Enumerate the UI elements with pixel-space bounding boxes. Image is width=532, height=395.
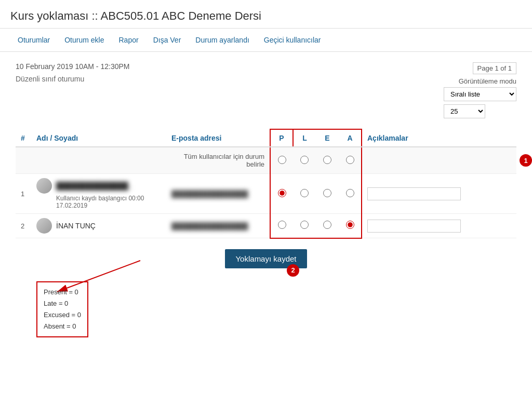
attendance-table: # Adı / Soyadı E-posta adresi P L E A Aç…: [16, 129, 516, 239]
page-title: Kurs yoklaması :: ABC505.01 ABC Deneme D…: [0, 0, 532, 29]
row-1-p-radio[interactable]: [278, 189, 286, 197]
view-mode-label: Görüntüleme modu: [444, 77, 516, 85]
row-1-number: 1: [16, 174, 31, 214]
row-1-e-radio[interactable]: [323, 189, 331, 197]
row-1-name: ██████████████ .: [56, 182, 132, 190]
row-2-l-radio[interactable]: [300, 221, 309, 229]
set-all-p-radio[interactable]: [278, 156, 286, 164]
view-mode-select[interactable]: Sıralı liste Izgara görünümü: [444, 87, 516, 101]
summary-absent: Absent = 0: [44, 321, 81, 332]
col-comments: Açıklamalar: [362, 129, 516, 147]
session-type: Düzenli sınıf oturumu: [16, 75, 129, 83]
view-controls: Page 1 of 1 Görüntüleme modu Sıralı list…: [444, 62, 516, 118]
row-1-avatar: [36, 178, 52, 194]
row-1-name-cell: ██████████████ . Kullanıcı kaydı başlang…: [31, 174, 166, 214]
annotation-2: 2: [287, 264, 299, 277]
col-name: Adı / Soyadı: [31, 129, 166, 147]
session-info: 10 February 2019 10AM - 12:30PM Düzenli …: [16, 62, 516, 118]
col-email: E-posta adresi: [166, 129, 270, 147]
row-2-a-radio[interactable]: [346, 221, 354, 229]
summary-late: Late = 0: [44, 298, 81, 309]
nav-oturumlar[interactable]: Oturumlar: [10, 33, 57, 47]
row-2-avatar: [36, 218, 52, 234]
row-1-comment-cell: [362, 174, 516, 214]
row-1-sub: Kullanıcı kaydı başlangıcı 00:00 17.02.2…: [56, 195, 161, 209]
row-2-e-radio[interactable]: [323, 221, 331, 229]
session-details: 10 February 2019 10AM - 12:30PM Düzenli …: [16, 62, 129, 83]
row-2-name: İNAN TUNÇ: [56, 222, 96, 230]
table-row: 2 İNAN TUNÇ ████████████████: [16, 214, 516, 238]
main-content: 10 February 2019 10AM - 12:30PM Düzenli …: [0, 52, 532, 287]
nav-disa-ver[interactable]: Dışa Ver: [146, 33, 189, 47]
page-indicator: Page 1 of 1: [473, 62, 517, 74]
set-all-label: Tüm kullanıcılar için durum belirle: [166, 147, 270, 174]
set-all-l-radio[interactable]: [300, 156, 309, 164]
nav-menu: Oturumlar Oturum ekle Rapor Dışa Ver Dur…: [0, 29, 532, 52]
col-number: #: [16, 129, 31, 147]
row-2-number: 2: [16, 214, 31, 238]
row-1-email: ████████████████: [166, 174, 270, 214]
row-1-l-radio[interactable]: [300, 189, 309, 197]
row-2-p-radio[interactable]: [278, 221, 286, 229]
col-p: P: [270, 129, 293, 147]
nav-gecici-kullanicilar[interactable]: Geçici kullanıcılar: [257, 33, 328, 47]
set-all-a-radio[interactable]: [346, 156, 354, 164]
summary-present: Present = 0: [44, 287, 81, 298]
row-2-comment-input[interactable]: [367, 220, 461, 233]
summary-excused: Excused = 0: [44, 309, 81, 321]
col-l: L: [293, 129, 316, 147]
annotation-1: 1: [520, 154, 532, 167]
col-e: E: [316, 129, 339, 147]
row-2-comment-cell: [362, 214, 516, 238]
set-all-e-radio[interactable]: [323, 156, 331, 164]
set-all-row: Tüm kullanıcılar için durum belirle 1: [16, 147, 516, 174]
bottom-section: Present = 0 Late = 0 Excused = 0 Absent …: [0, 287, 532, 353]
nav-rapor[interactable]: Rapor: [111, 33, 145, 47]
col-a: A: [339, 129, 362, 147]
row-2-email: ████████████████: [166, 214, 270, 238]
nav-oturum-ekle[interactable]: Oturum ekle: [57, 33, 111, 47]
session-date: 10 February 2019 10AM - 12:30PM: [16, 62, 129, 71]
nav-durum-ayarlandi[interactable]: Durum ayarlandı: [188, 33, 257, 47]
row-1-comment-input[interactable]: [367, 187, 461, 200]
summary-box: Present = 0 Late = 0 Excused = 0 Absent …: [36, 281, 88, 337]
per-page-select[interactable]: 25 50 100: [444, 104, 485, 118]
table-row: 1 ██████████████ . Kullanıcı kaydı başla…: [16, 174, 516, 214]
row-2-name-cell: İNAN TUNÇ: [31, 214, 166, 238]
row-1-a-radio[interactable]: [346, 189, 354, 197]
